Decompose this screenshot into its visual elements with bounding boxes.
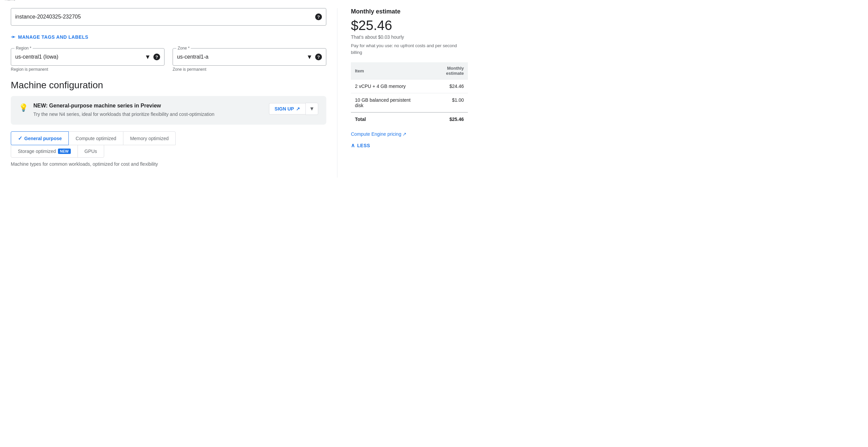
cost-table-item-header: Item [351, 62, 424, 79]
machine-config-title: Machine configuration [11, 80, 326, 91]
banner-subtitle: Try the new N4 series, ideal for workloa… [33, 111, 264, 118]
manage-tags-toggle[interactable]: ➛ MANAGE TAGS AND LABELS [11, 34, 326, 40]
monthly-estimate-title: Monthly estimate [351, 8, 468, 15]
signup-button[interactable]: SIGN UP ↗ [269, 103, 306, 115]
billing-note: Pay for what you use: no upfront costs a… [351, 42, 468, 56]
cost-total-label: Total [351, 113, 424, 126]
manage-tags-chevron-icon: ➛ [11, 34, 16, 40]
machine-tabs-row2: Storage optimized NEW GPUs [11, 145, 326, 157]
name-input-wrapper[interactable]: Name * ? [11, 8, 326, 26]
region-label: Region * [14, 46, 33, 51]
cost-item-vcpu: 2 vCPU + 4 GB memory [351, 79, 424, 93]
region-value: us-central1 (Iowa) [15, 54, 145, 60]
cost-row-vcpu: 2 vCPU + 4 GB memory $24.46 [351, 79, 468, 93]
zone-dropdown-icon[interactable]: ▼ [306, 54, 312, 61]
machine-hint: Machine types for common workloads, opti… [11, 161, 326, 167]
hourly-price: That's about $0.03 hourly [351, 34, 468, 40]
cost-table: Item Monthly estimate 2 vCPU + 4 GB memo… [351, 62, 468, 126]
region-zone-row: Region * us-central1 (Iowa) ▼ ? Region i… [11, 48, 326, 72]
name-field-group: Name * ? [11, 8, 326, 26]
region-actions: ▼ ? [145, 54, 160, 61]
chevron-up-icon: ∧ [351, 142, 355, 149]
signup-external-icon: ↗ [296, 106, 300, 111]
manage-tags-label: MANAGE TAGS AND LABELS [18, 34, 89, 40]
tab-gpus-label: GPUs [85, 149, 97, 154]
zone-actions: ▼ ? [306, 54, 322, 61]
banner-content: NEW: General-purpose machine series in P… [33, 103, 264, 118]
region-hint: Region is permanent [11, 67, 164, 72]
banner-lightbulb-icon: 💡 [19, 103, 28, 112]
zone-help-icon[interactable]: ? [315, 54, 322, 60]
region-help-icon[interactable]: ? [153, 54, 160, 60]
pricing-external-icon: ↗ [402, 131, 407, 137]
less-toggle[interactable]: ∧ LESS [351, 142, 468, 149]
banner-actions: SIGN UP ↗ ▼ [269, 103, 318, 115]
compute-pricing-link[interactable]: Compute Engine pricing ↗ [351, 131, 468, 137]
pricing-link-label: Compute Engine pricing [351, 131, 401, 137]
tab-storage-optimized[interactable]: Storage optimized NEW [11, 145, 78, 158]
name-input[interactable] [15, 14, 315, 20]
tab-compute-optimized[interactable]: Compute optimized [68, 131, 123, 145]
machine-tabs: ✓ General purpose Compute optimized Memo… [11, 131, 326, 157]
signup-dropdown-button[interactable]: ▼ [305, 103, 318, 115]
zone-label: Zone * [176, 46, 191, 51]
machine-tabs-row1: ✓ General purpose Compute optimized Memo… [11, 131, 326, 145]
cost-value-vcpu: $24.46 [424, 79, 468, 93]
side-panel: Monthly estimate $25.46 That's about $0.… [337, 8, 479, 178]
region-dropdown-icon[interactable]: ▼ [145, 54, 151, 61]
cost-row-total: Total $25.46 [351, 113, 468, 126]
zone-value: us-central1-a [177, 54, 306, 60]
banner-title: NEW: General-purpose machine series in P… [33, 103, 264, 109]
name-help-icon[interactable]: ? [315, 13, 322, 20]
info-banner: 💡 NEW: General-purpose machine series in… [11, 96, 326, 125]
tab-compute-label: Compute optimized [76, 136, 116, 141]
signup-label: SIGN UP [275, 106, 294, 111]
less-label: LESS [357, 143, 370, 148]
tab-general-purpose[interactable]: ✓ General purpose [11, 131, 69, 145]
name-field-label: Name * [3, 0, 20, 1]
tab-check-icon: ✓ [18, 135, 22, 141]
tab-memory-optimized[interactable]: Memory optimized [123, 131, 176, 145]
zone-select[interactable]: Zone * us-central1-a ▼ ? [173, 48, 326, 66]
tab-gpus[interactable]: GPUs [78, 145, 104, 158]
tab-general-label: General purpose [24, 136, 62, 141]
cost-table-estimate-header: Monthly estimate [424, 62, 468, 79]
cost-total-value: $25.46 [424, 113, 468, 126]
cost-item-disk: 10 GB balanced persistent disk [351, 93, 424, 113]
region-select[interactable]: Region * us-central1 (Iowa) ▼ ? [11, 48, 164, 66]
tab-memory-label: Memory optimized [130, 136, 169, 141]
zone-hint: Zone is permanent [173, 67, 326, 72]
tab-storage-label: Storage optimized [18, 149, 56, 154]
cost-value-disk: $1.00 [424, 93, 468, 113]
new-badge: NEW [58, 149, 71, 154]
monthly-price: $25.46 [351, 18, 468, 33]
cost-row-disk: 10 GB balanced persistent disk $1.00 [351, 93, 468, 113]
